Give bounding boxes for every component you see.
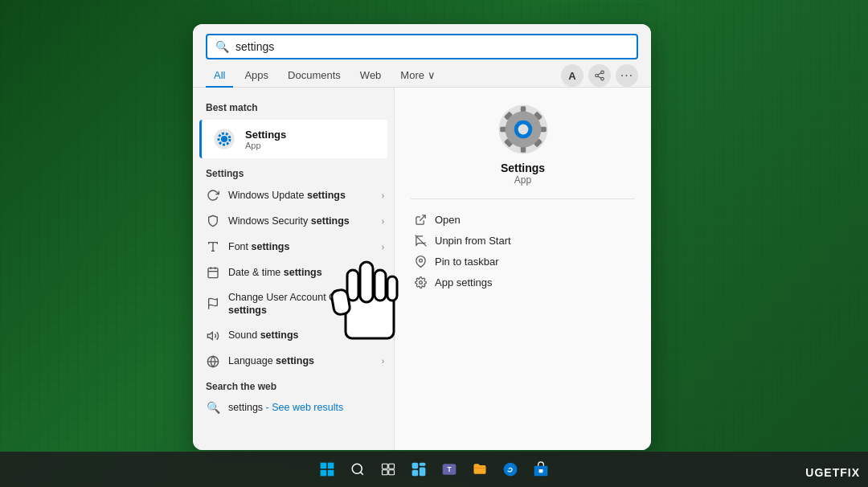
svg-point-0 (601, 71, 604, 74)
web-search-link: - See web results (266, 402, 344, 413)
web-search-text: settings - See web results (228, 402, 343, 413)
taskbar-search-button[interactable] (346, 457, 370, 481)
svg-point-32 (419, 259, 422, 262)
setting-text-uac: Change User Account Control settings (228, 291, 374, 317)
uac-icon (206, 297, 220, 311)
setting-item-windows-update[interactable]: Windows Update settings › (193, 182, 394, 208)
action-pin-taskbar[interactable]: Pin to taskbar (411, 251, 635, 272)
svg-rect-43 (389, 470, 395, 475)
svg-point-6 (221, 136, 227, 142)
web-search-query: settings (228, 402, 263, 413)
search-bar: 🔍 settings (193, 24, 651, 59)
setting-item-sound[interactable]: Sound settings (193, 323, 394, 349)
action-unpin-start[interactable]: Unpin from Start (411, 230, 635, 251)
search-icon: 🔍 (215, 40, 229, 53)
share-icon[interactable] (588, 64, 611, 87)
svg-line-4 (598, 73, 601, 75)
svg-line-30 (420, 215, 425, 220)
more-options-icon[interactable]: ··· (616, 64, 638, 87)
svg-rect-46 (420, 468, 426, 477)
taskbar-edge-button[interactable] (498, 457, 522, 481)
setting-item-windows-security[interactable]: Windows Security settings › (193, 208, 394, 234)
pin-taskbar-icon (414, 255, 427, 268)
setting-text-sound: Sound settings (228, 329, 384, 342)
datetime-icon (206, 265, 220, 280)
windows-security-icon (206, 214, 220, 228)
search-window: 🔍 settings All Apps Documents Web More ∨… (193, 24, 651, 450)
search-input-wrap[interactable]: 🔍 settings (206, 34, 638, 59)
taskbar-files-button[interactable] (468, 457, 492, 481)
app-preview-name: Settings (501, 162, 545, 174)
chevron-icon-6: › (382, 357, 384, 366)
windows-update-icon (206, 188, 220, 203)
tabs-bar: All Apps Documents Web More ∨ A ··· (193, 59, 651, 88)
best-match-info: Settings App (245, 129, 286, 150)
svg-text:T: T (447, 465, 451, 473)
svg-point-2 (601, 77, 604, 80)
setting-text-windows-security: Windows Security settings (228, 215, 374, 227)
tab-all[interactable]: All (206, 64, 233, 88)
unpin-icon (414, 234, 427, 247)
pin-taskbar-label: Pin to taskbar (435, 256, 499, 268)
svg-rect-37 (328, 470, 334, 477)
svg-point-38 (352, 464, 362, 473)
web-search-item[interactable]: 🔍 settings - See web results (193, 395, 394, 419)
best-match-subtitle: App (245, 141, 286, 150)
best-match-label: Best match (193, 99, 394, 117)
setting-text-windows-update: Windows Update settings (228, 189, 374, 202)
setting-text-language: Language settings (228, 354, 374, 367)
language-icon (206, 354, 220, 369)
svg-rect-44 (412, 463, 419, 469)
setting-text-datetime: Date & time settings (228, 266, 374, 279)
taskbar-store-button[interactable] (529, 457, 553, 481)
best-match-title: Settings (245, 129, 286, 141)
setting-item-language[interactable]: Language settings › (193, 349, 394, 374)
tab-more[interactable]: More ∨ (392, 64, 443, 88)
svg-line-3 (598, 76, 601, 78)
tab-web[interactable]: Web (352, 64, 390, 88)
best-match-item[interactable]: Settings App (199, 120, 387, 158)
setting-text-font: Font settings (228, 240, 374, 253)
search-web-label: Search the web (193, 374, 394, 395)
taskbar: T (0, 452, 868, 487)
search-input[interactable]: settings (235, 40, 628, 53)
svg-rect-42 (383, 470, 388, 475)
font-icon (206, 239, 220, 254)
sound-icon (206, 329, 220, 343)
unpin-start-label: Unpin from Start (435, 235, 511, 247)
tab-documents[interactable]: Documents (280, 64, 349, 88)
app-settings-icon (414, 276, 427, 289)
left-panel: Best match Settings App (193, 88, 394, 450)
watermark: UGETFIX (805, 466, 860, 479)
app-preview-icon (497, 104, 549, 155)
taskbar-chat-button[interactable]: T (437, 457, 461, 481)
svg-line-39 (360, 472, 362, 474)
taskbar-widgets-button[interactable] (407, 457, 431, 481)
user-icon[interactable]: A (561, 64, 583, 87)
svg-rect-10 (208, 268, 218, 278)
svg-point-29 (518, 125, 528, 135)
setting-item-font[interactable]: Font settings › (193, 234, 394, 260)
open-label: Open (435, 214, 461, 226)
svg-marker-15 (207, 332, 212, 339)
chevron-icon-5: › (382, 300, 384, 309)
chevron-icon-4: › (382, 268, 384, 277)
chevron-icon: › (382, 191, 384, 200)
setting-item-datetime[interactable]: Date & time settings › (193, 260, 394, 285)
settings-section-label: Settings (193, 162, 394, 182)
setting-item-uac[interactable]: Change User Account Control settings › (193, 285, 394, 323)
svg-rect-51 (539, 469, 543, 473)
svg-rect-41 (389, 464, 395, 469)
action-app-settings[interactable]: App settings (411, 272, 635, 293)
svg-rect-40 (383, 464, 388, 469)
taskbar-taskview-button[interactable] (376, 457, 400, 481)
windows-start-button[interactable] (315, 457, 339, 481)
svg-rect-35 (328, 463, 334, 469)
action-open[interactable]: Open (411, 209, 635, 230)
app-preview: Settings App (411, 104, 635, 199)
app-settings-label: App settings (435, 276, 493, 289)
svg-point-33 (419, 280, 422, 284)
svg-rect-45 (420, 463, 426, 466)
tab-apps[interactable]: Apps (236, 64, 276, 88)
web-search-icon: 🔍 (206, 400, 220, 415)
